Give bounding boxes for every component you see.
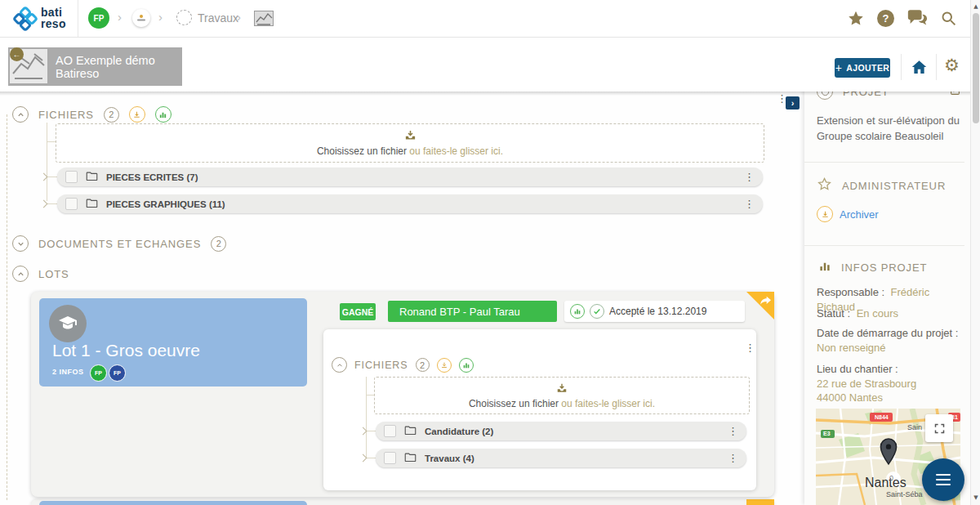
administrateur-section[interactable]: ADMINISTRATEUR	[817, 177, 946, 195]
map-fullscreen-button[interactable]	[925, 414, 953, 442]
field-lieu-label: Lieu du chantier :	[817, 363, 898, 375]
folder-icon	[404, 424, 416, 439]
acceptance-pill: Accepté le 13.12.2019	[564, 301, 745, 322]
avatar[interactable]: FP	[109, 364, 126, 382]
breadcrumb-travaux-icon[interactable]	[176, 10, 192, 25]
download-all-icon[interactable]	[437, 358, 452, 373]
folder-row[interactable]: PIECES GRAPHIQUES (11) ⋮	[57, 194, 763, 213]
chart-bars-icon	[818, 260, 831, 275]
lot-fichiers-label: FICHIERS	[354, 360, 408, 371]
upload-tray-icon	[404, 129, 416, 144]
header-shadow	[0, 92, 970, 96]
archiver-link[interactable]: Archiver	[840, 208, 879, 221]
checkbox[interactable]	[384, 452, 396, 464]
search-icon[interactable]	[940, 10, 957, 30]
tree-line	[47, 177, 57, 177]
page-title: AO Exemple démo Batireso	[56, 54, 182, 80]
section-fichiers-label: FICHIERS	[38, 109, 94, 121]
map-cluster-marker[interactable]: 0	[889, 474, 893, 482]
dropzone-accent-text: ou faites-le glisser ici.	[409, 145, 503, 157]
download-all-icon[interactable]	[129, 106, 145, 123]
lot-type-icon	[49, 305, 87, 342]
batireso-logo-text[interactable]: bati reso	[41, 7, 66, 29]
stats-icon[interactable]	[570, 304, 585, 319]
scroll-up-icon[interactable]: ▲	[971, 3, 980, 10]
divider	[804, 162, 964, 163]
stats-icon[interactable]	[155, 106, 172, 123]
lot-files-panel: ⋮ FICHIERS 2 Choisissez un fich	[323, 329, 756, 490]
collapse-chevron-up-icon[interactable]	[12, 266, 29, 282]
gear-icon[interactable]: ⚙	[944, 56, 960, 75]
status-badge: GAGNÉ	[340, 303, 376, 320]
checkbox[interactable]	[65, 171, 78, 183]
folder-name[interactable]: Travaux (4)	[425, 454, 474, 463]
field-date-value: Non renseigné	[817, 342, 886, 354]
checkbox[interactable]	[384, 425, 396, 437]
avatar[interactable]: FP	[90, 364, 107, 382]
favorite-star-icon[interactable]	[847, 10, 865, 30]
breadcrumb-page-thumbnail[interactable]	[254, 11, 274, 29]
section-documents-label: DOCUMENTS ET ECHANGES	[38, 238, 201, 250]
stats-icon[interactable]	[459, 358, 474, 373]
project-description: Extension et sur-élévatipon du Groupe sc…	[817, 113, 960, 144]
breadcrumb-user-avatar[interactable]: FP	[88, 7, 109, 29]
lot-summary-tile[interactable]: Lot 1 - Gros oeuvre 2 INFOS FP FP	[39, 298, 307, 387]
kebab-menu-icon[interactable]: ⋮	[745, 342, 755, 353]
administrateur-label: ADMINISTRATEUR	[842, 180, 946, 192]
help-icon[interactable]: ?	[877, 10, 894, 27]
folder-name[interactable]: PIECES GRAPHIQUES (11)	[106, 199, 225, 209]
scrollbar-thumb[interactable]	[973, 13, 979, 123]
lot-corner-ribbon[interactable]	[746, 292, 774, 320]
back-arrow-icon[interactable]: ←	[10, 47, 24, 61]
accepted-date: Accepté le 13.12.2019	[609, 306, 706, 317]
archive-download-icon	[817, 206, 833, 222]
batireso-logo-icon	[13, 7, 38, 34]
chat-icon[interactable]	[906, 10, 928, 30]
page-scrollbar[interactable]: ▲ ▼	[970, 0, 980, 505]
folder-icon	[86, 170, 98, 185]
section-fichiers: FICHIERS 2	[12, 106, 172, 123]
folder-row[interactable]: PIECES ECRITES (7) ⋮	[57, 168, 763, 186]
dropzone-text: Choisissez un fichier	[317, 145, 407, 157]
checkbox[interactable]	[65, 198, 78, 210]
project-sidebar: PROJET Extension et sur-élévatipon du Gr…	[804, 37, 970, 505]
file-dropzone[interactable]: Choisissez un fichier ou faites-le gliss…	[56, 123, 764, 163]
kebab-menu-icon[interactable]: ⋮	[728, 453, 738, 463]
folder-row[interactable]: Candidature (2) ⋮	[376, 422, 746, 440]
home-icon[interactable]	[911, 59, 928, 78]
folder-name[interactable]: Candidature (2)	[425, 427, 493, 436]
top-navigation-bar: bati reso FP › › Travaux › ?	[0, 0, 970, 38]
scroll-down-icon[interactable]: ▼	[971, 494, 980, 501]
menu-fab-button[interactable]	[922, 458, 964, 501]
dropzone-text: Choisissez un fichier	[469, 398, 559, 409]
ajouter-button[interactable]: + AJOUTER	[835, 58, 890, 78]
field-statut: Statut : En cours	[817, 306, 898, 320]
field-label: Statut :	[817, 307, 850, 320]
file-dropzone[interactable]: Choisissez un fichier ou faites-le gliss…	[374, 377, 750, 414]
lot-infos-count: 2 INFOS	[52, 368, 84, 376]
breadcrumb-travaux-label[interactable]: Travaux	[198, 11, 238, 25]
map-label-sebastien: Saint-Séba	[886, 490, 923, 498]
map-label-saint: Sain	[907, 423, 922, 431]
kebab-menu-icon[interactable]: ⋮	[728, 426, 738, 436]
divider	[804, 245, 964, 246]
kebab-menu-icon[interactable]: ⋮	[744, 172, 755, 182]
winner-button[interactable]: Ronand BTP - Paul Tarau	[388, 301, 557, 322]
sidebar-collapse-toggle[interactable]: ›	[786, 96, 800, 109]
map-label-city: Nantes	[865, 476, 906, 490]
ajouter-label: AJOUTER	[846, 63, 889, 73]
archive-action[interactable]: Archiver	[817, 206, 879, 222]
folder-row[interactable]: Travaux (4) ⋮	[376, 449, 746, 467]
field-value: En cours	[857, 307, 898, 320]
folder-icon	[404, 451, 416, 466]
folder-name[interactable]: PIECES ECRITES (7)	[106, 172, 198, 182]
tree-line	[47, 123, 47, 201]
project-banner[interactable]: ← AO Exemple démo Batireso	[8, 47, 182, 86]
breadcrumb-project-icon[interactable]	[132, 9, 150, 27]
kebab-menu-icon[interactable]: ⋮	[744, 199, 755, 209]
tree-chevron-icon[interactable]	[40, 200, 48, 208]
divider	[78, 0, 78, 37]
collapse-chevron-up-icon[interactable]	[12, 106, 29, 123]
collapse-chevron-down-icon[interactable]	[12, 235, 29, 252]
collapse-chevron-up-icon[interactable]	[332, 357, 347, 373]
